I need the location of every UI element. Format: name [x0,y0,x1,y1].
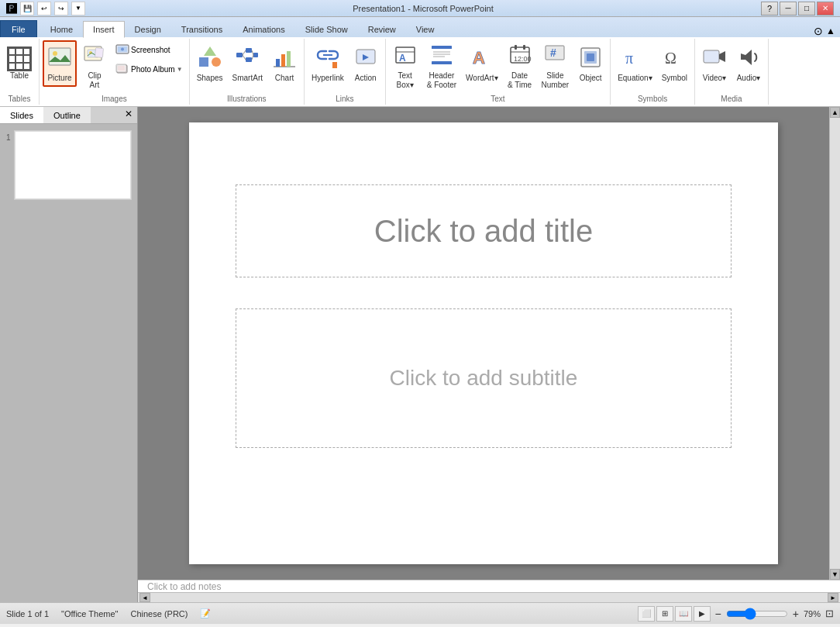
svg-rect-34 [432,61,452,64]
video-button[interactable]: Video▾ [698,40,731,87]
symbol-button[interactable]: Ω Symbol [658,40,691,87]
picture-button[interactable]: Picture [43,40,77,87]
slide-subtitle-box[interactable]: Click to add subtitle [236,308,732,448]
photoalbum-button[interactable]: Photo Album ▼ [112,60,186,78]
chart-label: Chart [275,74,294,83]
tab-home[interactable]: Home [40,20,83,37]
slidenumber-button[interactable]: # SlideNumber [538,40,573,92]
svg-text:Ω: Ω [665,50,676,67]
clipart-icon [82,43,107,71]
slide-thumb-inner [15,131,131,199]
textbox-button[interactable]: A TextBox▾ [389,40,422,92]
minimize-button[interactable]: ─ [780,2,797,16]
clipart-button[interactable]: ClipArt [78,40,111,92]
shapes-button[interactable]: Shapes [193,40,227,87]
slides-panel: Slides Outline ✕ 1 [0,107,138,602]
quick-save[interactable]: 💾 [20,2,34,16]
tab-insert[interactable]: Insert [83,21,125,38]
slide-sorter-btn[interactable]: ⊞ [656,606,673,622]
reading-view-btn[interactable]: 📖 [675,606,692,622]
ribbon-minimize-icon[interactable]: ▲ [826,26,835,36]
normal-view-btn[interactable]: ⬜ [638,606,655,622]
headerfooter-label: Header& Footer [427,71,456,90]
svg-rect-33 [432,46,452,49]
equation-button[interactable]: π Equation▾ [614,40,656,87]
tab-transitions[interactable]: Transitions [171,20,232,37]
tab-view[interactable]: View [406,20,445,37]
table-button[interactable]: Table [3,40,36,87]
chart-button[interactable]: Chart [268,40,301,87]
svg-rect-16 [246,48,252,53]
picture-label: Picture [47,74,71,83]
slide-canvas[interactable]: Click to add title Click to add subtitle [189,122,778,564]
action-button[interactable]: Action [349,40,382,87]
headerfooter-button[interactable]: Header& Footer [423,40,460,92]
svg-rect-5 [95,48,103,58]
screenshot-button[interactable]: Screenshot [112,40,186,59]
images-items: Picture ClipArt [43,40,186,93]
tab-animations[interactable]: Animations [232,20,294,37]
action-icon [353,45,378,74]
right-scrollbar[interactable]: ▲ ▼ [829,107,840,580]
svg-text:π: π [625,50,633,67]
svg-rect-13 [199,57,208,67]
tab-outline[interactable]: Outline [43,107,91,123]
hyperlink-button[interactable]: Hyperlink [308,40,348,87]
tab-slideshow[interactable]: Slide Show [295,20,358,37]
ribbon-group-links: Hyperlink Action Links [305,39,386,105]
quick-redo[interactable]: ↪ [54,2,68,16]
svg-line-19 [243,50,246,55]
spell-icon[interactable]: 📝 [200,608,211,618]
fit-to-window-btn[interactable]: ⊡ [825,608,834,619]
svg-rect-15 [236,53,243,57]
action-label: Action [355,74,377,83]
slides-tabs: Slides Outline ✕ [0,107,137,124]
object-button[interactable]: Object [574,40,607,87]
scroll-right-button[interactable]: ► [828,593,838,602]
textbox-label: TextBox▾ [397,71,414,90]
tab-review[interactable]: Review [358,20,406,37]
help-button[interactable]: ? [761,2,778,16]
tables-group-label: Tables [9,95,31,103]
scroll-up-button[interactable]: ▲ [830,107,840,118]
media-group-label: Media [721,95,742,103]
quick-customize[interactable]: ▼ [71,2,85,16]
maximize-button[interactable]: □ [798,2,815,16]
view-buttons: ⬜ ⊞ 📖 ▶ [638,606,711,622]
ribbon-group-images: Picture ClipArt [40,39,190,105]
main-slide-area[interactable]: Click to add title Click to add subtitle [138,107,829,580]
notes-area[interactable]: Click to add notes [138,580,840,592]
smartart-label: SmartArt [232,74,263,83]
scroll-down-button[interactable]: ▼ [830,569,840,580]
wordart-icon: A A [470,45,494,74]
wordart-button[interactable]: A A WordArt▾ [462,40,502,87]
smartart-button[interactable]: SmartArt [229,40,267,87]
ribbon-help-icon[interactable]: ⊙ [814,25,823,37]
scroll-track [830,118,840,569]
chart-icon [272,45,297,74]
svg-rect-26 [281,54,285,67]
slideshow-btn[interactable]: ▶ [694,606,711,622]
tab-design[interactable]: Design [125,20,171,37]
datetime-button[interactable]: 12:00 Date& Time [504,40,536,92]
notes-placeholder: Click to add notes [147,581,221,592]
symbol-label: Symbol [662,74,687,83]
tab-slides[interactable]: Slides [0,107,43,123]
svg-rect-52 [704,50,719,63]
slide-title-placeholder: Click to add title [374,214,593,249]
tab-file[interactable]: File [0,20,37,37]
zoom-in-btn[interactable]: + [793,608,799,620]
audio-button[interactable]: Audio▾ [732,40,765,87]
symbol-icon: Ω [662,45,687,74]
zoom-slider[interactable] [726,609,788,618]
symbols-items: π Equation▾ Ω Symbol [614,40,691,93]
slide-thumbnail-1[interactable] [14,130,132,200]
close-button[interactable]: ✕ [817,2,834,16]
slides-panel-close[interactable]: ✕ [120,107,137,123]
screenshot-photoalbum-group: Screenshot Photo Album ▼ [112,40,186,78]
slide-title-box[interactable]: Click to add title [236,184,732,277]
scroll-left-button[interactable]: ◄ [139,593,150,602]
zoom-out-btn[interactable]: − [715,608,721,620]
quick-undo[interactable]: ↩ [37,2,51,16]
bottom-scrollbar[interactable]: ◄ ► [138,592,840,602]
